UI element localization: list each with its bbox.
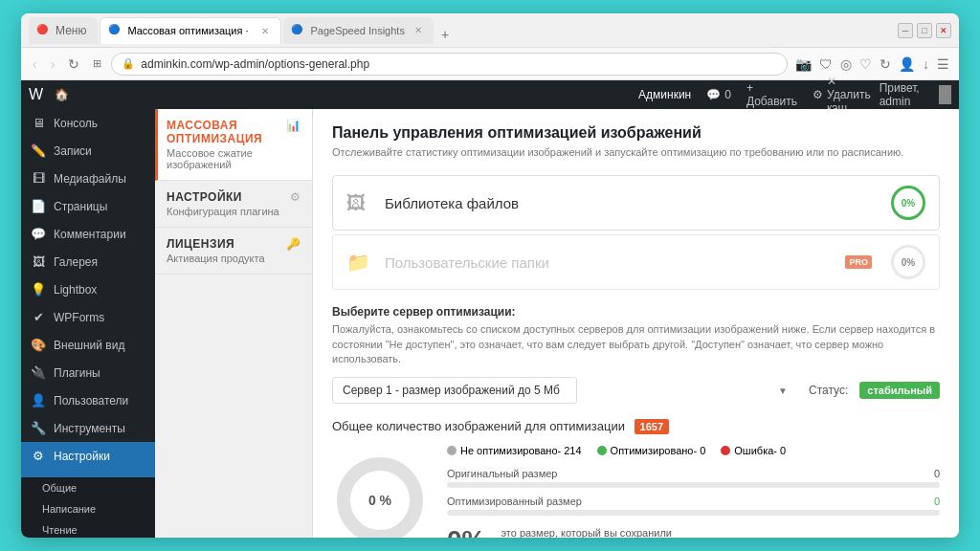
- sidebar-settings-header[interactable]: ⚙ Настройки: [21, 442, 155, 470]
- sidebar-label-lightbox: Lightbox: [54, 283, 97, 297]
- sidebar-sub-writing[interactable]: Написание: [21, 498, 155, 519]
- legend-optimized: Оптимизировано- 0: [597, 445, 706, 456]
- wp-home-icon[interactable]: 🏠: [51, 88, 631, 101]
- main-content: Панель управления оптимизацией изображен…: [313, 109, 959, 538]
- pages-icon: 📄: [31, 199, 46, 213]
- original-bar-track: [447, 482, 940, 488]
- menu-icon[interactable]: ☰: [935, 55, 951, 74]
- wp-notif-item[interactable]: 💬 0: [699, 88, 739, 101]
- heart-icon[interactable]: ♡: [858, 55, 874, 74]
- plugin-nav-settings-subtitle: Конфигурация плагина: [167, 206, 301, 217]
- settings-submenu: Общие Написание Чтение Обсуждение Медиаф…: [21, 477, 155, 538]
- server-section-title: Выберите сервер оптимизации:: [332, 305, 940, 319]
- legend: Не оптимизировано- 214 Оптимизировано- 0…: [447, 445, 940, 456]
- server-select[interactable]: Сервер 1 - размер изображений до 5 МбСер…: [332, 377, 577, 404]
- plugin-nav-license[interactable]: 🔑 ЛИЦЕНЗИЯ Активация продукта: [155, 228, 312, 275]
- sidebar-item-wpforms[interactable]: ✔ WPForms: [21, 303, 155, 331]
- sidebar-item-appearance[interactable]: 🎨 Внешний вид: [21, 331, 155, 359]
- settings-icon: ⚙: [31, 449, 46, 463]
- sidebar: 🖥 Консоль ✏️ Записи 🎞 Медиафайлы 📄 Стран…: [21, 109, 155, 538]
- wp-add-item[interactable]: + Добавить: [739, 81, 805, 108]
- lock-icon: 🔒: [122, 57, 135, 70]
- sidebar-label-wpforms: WPForms: [54, 311, 104, 324]
- sidebar-item-pages[interactable]: 📄 Страницы: [21, 192, 155, 220]
- library-card-badge: 0%: [891, 186, 925, 220]
- sidebar-item-comments[interactable]: 💬 Комментарии: [21, 220, 155, 248]
- plugin-nav-massopt-title: МАССОВАЯ ОПТИМИЗАЦИЯ: [167, 119, 301, 145]
- sidebar-label-settings: Настройки: [54, 450, 110, 463]
- page-title: Панель управления оптимизацией изображен…: [332, 124, 940, 142]
- file-card-folders[interactable]: 📁 Пользовательские папки PRO 0%: [332, 234, 940, 290]
- sidebar-sub-general[interactable]: Общие: [21, 477, 155, 498]
- reload-button[interactable]: ↻: [64, 55, 83, 74]
- file-card-library[interactable]: 🖼 Библиотека файлов 0%: [332, 175, 940, 231]
- browser-titlebar: 🔴 Меню 🔵 Массовая оптимизация · … ✕ 🔵 Pa…: [21, 13, 959, 48]
- plugin-nav-license-title: ЛИЦЕНЗИЯ: [167, 237, 301, 251]
- library-card-icon: 🖼: [346, 192, 373, 214]
- gallery-icon: 🖼: [31, 254, 46, 269]
- sidebar-sub-reading[interactable]: Чтение: [21, 519, 155, 538]
- url-text: adminkin.com/wp-admin/options-general.ph…: [141, 57, 369, 71]
- comments-icon: 💬: [31, 227, 46, 241]
- minimize-button[interactable]: ─: [898, 23, 913, 38]
- sidebar-item-plugins[interactable]: 🔌 Плагины: [21, 359, 155, 386]
- tab-massopt-close[interactable]: ✕: [261, 26, 269, 36]
- wp-logo: W: [29, 86, 43, 103]
- wp-site-name[interactable]: Админкин: [631, 88, 699, 101]
- tab-pagespeed-label: PageSpeed Insights: [310, 25, 404, 36]
- server-select-wrap: Сервер 1 - размер изображений до 5 МбСер…: [332, 377, 797, 404]
- legend-not-optimized: Не оптимизировано- 214: [447, 445, 582, 456]
- select-arrow-icon: ▼: [778, 385, 788, 395]
- status-badge: стабильный: [859, 382, 940, 399]
- library-card-label: Библиотека файлов: [385, 195, 880, 211]
- sidebar-item-tools[interactable]: 🔧 Инструменты: [21, 414, 155, 442]
- stats-title: Общее количество изображений для оптимиз…: [332, 419, 940, 433]
- lightbox-icon: 💡: [31, 282, 46, 297]
- settings-nav-icon: ⚙: [290, 190, 301, 204]
- new-tab-button[interactable]: +: [435, 25, 455, 44]
- maximize-button[interactable]: □: [917, 23, 932, 38]
- sidebar-label-pages: Страницы: [54, 200, 107, 213]
- tab-opera[interactable]: 🔴 Меню: [29, 17, 98, 44]
- screenshot-icon[interactable]: 📷: [793, 55, 813, 74]
- wp-cache-icon: ⚙: [813, 88, 823, 101]
- tab-pagespeed-close[interactable]: ✕: [414, 25, 422, 35]
- refresh-icon[interactable]: ↻: [878, 55, 893, 74]
- download-icon[interactable]: ↓: [921, 55, 931, 74]
- forward-button[interactable]: ›: [47, 55, 59, 74]
- tab-massopt[interactable]: 🔵 Массовая оптимизация · … ✕: [100, 17, 281, 44]
- plugin-nav-settings[interactable]: ⚙ НАСТРОЙКИ Конфигурация плагина: [155, 181, 312, 228]
- sidebar-item-gallery[interactable]: 🖼 Галерея: [21, 248, 155, 276]
- tools-icon: 🔧: [31, 421, 46, 435]
- window-controls: ─ □ ✕: [898, 23, 951, 38]
- legend-dot-green: [597, 446, 607, 455]
- back-button[interactable]: ‹: [29, 55, 41, 74]
- person-icon[interactable]: 👤: [897, 55, 917, 74]
- folders-card-label: Пользовательские папки: [385, 254, 834, 271]
- content-panel: 📊 МАССОВАЯ ОПТИМИЗАЦИЯ Массовое сжатие и…: [155, 109, 959, 538]
- file-cards: 🖼 Библиотека файлов 0% 📁 Пользовательски…: [332, 175, 940, 290]
- sidebar-item-users[interactable]: 👤 Пользователи: [21, 386, 155, 414]
- eye-icon[interactable]: ◎: [838, 55, 854, 74]
- close-window-button[interactable]: ✕: [936, 23, 951, 38]
- sidebar-item-console[interactable]: 🖥 Консоль: [21, 109, 155, 137]
- sidebar-item-posts[interactable]: ✏️ Записи: [21, 137, 155, 165]
- shield-icon[interactable]: 🛡: [817, 55, 835, 74]
- sidebar-item-settings[interactable]: ⚙ Настройки Общие Написание Чтение Обсуж…: [21, 442, 155, 538]
- tab-opera-label: Меню: [56, 24, 86, 37]
- sidebar-label-gallery: Галерея: [54, 255, 98, 269]
- wp-notif-icon: 💬: [706, 88, 721, 101]
- browser-window: 🔴 Меню 🔵 Массовая оптимизация · … ✕ 🔵 Pa…: [21, 13, 959, 538]
- optimized-size-bar: Оптимизированный размер 0: [447, 496, 940, 516]
- sidebar-item-lightbox[interactable]: 💡 Lightbox: [21, 276, 155, 303]
- plugin-nav-massopt[interactable]: 📊 МАССОВАЯ ОПТИМИЗАЦИЯ Массовое сжатие и…: [155, 109, 312, 181]
- sidebar-label-posts: Записи: [54, 144, 92, 158]
- url-bar[interactable]: 🔒 adminkin.com/wp-admin/options-general.…: [111, 53, 788, 76]
- tab-pagespeed[interactable]: 🔵 PageSpeed Insights ✕: [283, 17, 433, 44]
- grid-button[interactable]: ⊞: [89, 55, 105, 72]
- sidebar-item-media[interactable]: 🎞 Медиафайлы: [21, 165, 155, 192]
- massopt-favicon: 🔵: [108, 24, 122, 37]
- plugins-icon: 🔌: [31, 365, 46, 380]
- wpforms-icon: ✔: [31, 310, 46, 324]
- donut-center-label: 0 %: [368, 493, 391, 508]
